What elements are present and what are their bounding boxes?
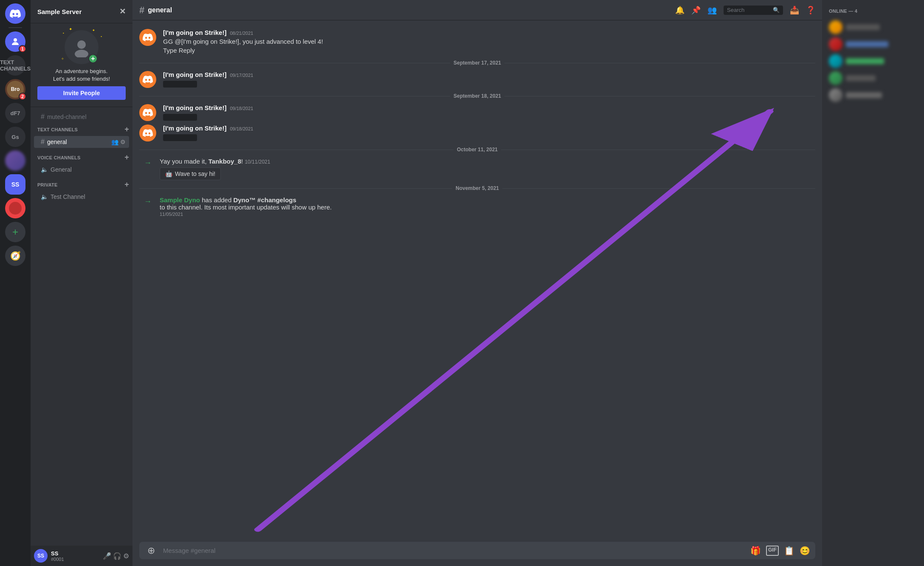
sticker-icon[interactable]: 📋 [784,546,794,556]
channel-actions: 👥 ⚙ [111,139,126,145]
member-item[interactable] [825,53,921,70]
member-item[interactable] [825,19,921,36]
system-text-dyno: Sample Dyno has added Dyno™ #changelogs … [160,196,815,211]
system-message-joined: → Yay you made it, Tankboy_8! 10/11/2021… [132,156,822,182]
member-item[interactable] [825,87,921,104]
wave-box[interactable]: 🤖 Wave to say hi! [160,167,221,180]
message-author: [I'm going on Strike!] [163,29,226,36]
message-input-icons: 🎁 GIF 📋 😊 [750,546,810,556]
message-time: 09/17/2021 [230,73,253,78]
server-name-header[interactable]: Sample Server ✕ [31,0,132,23]
search-input-header[interactable]: Search 🔍 [724,6,783,15]
voice-channels-label: VOICE CHANNELS [37,155,80,160]
message-header: [I'm going on Strike!] 09/18/2021 [163,104,815,111]
server-divider [8,27,22,28]
member-name [846,92,882,98]
dyno-changelogs: Dyno™ #changelogs [233,196,296,204]
close-button[interactable]: ✕ [119,7,126,16]
invite-avatar: ✦ • ✦ ✧ • + [65,30,99,64]
emoji-icon[interactable]: 😊 [800,546,810,556]
channel-hash-icon: # [139,5,144,16]
inbox-icon[interactable]: 📥 [790,6,799,15]
add-text-channel-button[interactable]: + [124,125,129,134]
message-text [163,112,815,121]
private-category[interactable]: PRIVATE + [31,178,132,191]
voice-channels-category[interactable]: VOICE CHANNELS + [31,151,132,164]
wave-text: Wave to say hi! [175,170,215,177]
date-divider-sep18: September 18, 2021 [132,90,822,102]
upload-button[interactable]: ⊕ [144,544,158,558]
user-controls: 🎤 🎧 ⚙ [103,552,129,560]
online-category: ONLINE — 4 [825,7,921,15]
server-icon-ss2[interactable]: TEXT CHANNELS [5,55,25,76]
message-time: 08/21/2021 [230,31,253,36]
main-content: # general 🔔 📌 👥 Search 🔍 📥 ❓ [I [132,0,822,566]
server-icon-blurred1[interactable] [5,150,25,171]
member-name [846,24,880,30]
member-item[interactable] [825,70,921,87]
server-icon-bro[interactable]: Bro 2 [5,79,25,99]
user-area: SS SS #0001 🎤 🎧 ⚙ [31,546,132,566]
arrow-icon-dyno: → [139,196,156,206]
microphone-icon[interactable]: 🎤 [103,552,111,560]
server-icon-user[interactable]: 1 [5,31,25,52]
message-avatar [139,29,156,46]
svg-point-2 [75,50,88,57]
server-icon-red[interactable] [5,198,25,218]
text-channels-section: TEXT CHANNELS + # general 👥 ⚙ [31,123,132,148]
svg-point-0 [14,38,17,42]
messages-area[interactable]: [I'm going on Strike!] 08/21/2021 GG @[I… [132,20,822,542]
add-voice-channel-button[interactable]: + [124,153,129,162]
members-icon[interactable]: 👥 [707,6,717,15]
channel-item-general[interactable]: # general 👥 ⚙ [34,136,129,148]
invite-description: An adventure begins. Let's add some frie… [53,68,110,83]
muted-channel-name: muted-channel [47,113,87,120]
add-private-channel-button[interactable]: + [124,180,129,189]
system-content-dyno: Sample Dyno has added Dyno™ #changelogs … [160,196,815,217]
channel-item-test[interactable]: 🔈 Test Channel [34,191,129,202]
channel-item-general-voice[interactable]: 🔈 General [34,164,129,175]
discover-button[interactable]: 🧭 [5,246,25,266]
redacted-content [163,114,197,121]
system-content: Yay you made it, Tankboy_8! 10/11/2021 🤖… [160,158,815,180]
member-item[interactable] [825,36,921,53]
add-server-button[interactable]: + [5,222,25,242]
message-group: [I'm going on Strike!] 09/18/2021 [132,123,822,143]
settings-icon[interactable]: ⚙ [120,139,126,145]
message-input[interactable] [163,542,745,559]
search-placeholder[interactable]: Search [727,7,744,13]
server-icon-ss-active[interactable]: SS [5,174,25,195]
message-group: [I'm going on Strike!] 09/18/2021 [132,102,822,123]
channel-item-muted[interactable]: # muted-channel [34,111,129,123]
gift-icon[interactable]: 🎁 [750,546,761,556]
server-icon-gs[interactable]: Gs [5,127,25,147]
message-text [163,133,815,142]
discord-home-button[interactable] [5,3,25,24]
members-list: ONLINE — 4 [822,0,924,566]
text-channels-label: TEXT CHANNELS [37,127,78,132]
message-content: [I'm going on Strike!] 09/18/2021 [163,104,815,121]
invite-widget: ✦ • ✦ ✧ • + An adventure begins. Let's a… [31,23,132,107]
text-channels-category[interactable]: TEXT CHANNELS + [31,123,132,136]
message-avatar [139,125,156,142]
date-divider-sep17: September 17, 2021 [132,57,822,69]
user-discriminator: #0001 [51,557,99,562]
username: SS [51,550,99,557]
message-time: 09/18/2021 [230,126,253,131]
server-list: 1 TEXT CHANNELS Bro 2 dF7 Gs SS + 🧭 [0,0,31,566]
add-member-icon[interactable]: 👥 [111,139,118,145]
message-author: [I'm going on Strike!] [163,71,226,78]
notification-icon[interactable]: 🔔 [675,6,685,15]
server-icon-df7[interactable]: dF7 [5,103,25,123]
private-label: PRIVATE [37,182,58,187]
redacted-content [163,134,197,141]
wave-emoji: 🤖 [165,170,172,177]
gif-button[interactable]: GIF [766,546,779,556]
member-avatar [829,88,842,102]
settings-icon[interactable]: ⚙ [123,552,129,560]
help-icon[interactable]: ❓ [806,6,815,15]
pin-icon[interactable]: 📌 [691,6,701,15]
invite-people-button[interactable]: Invite People [37,86,126,100]
headphone-icon[interactable]: 🎧 [113,552,121,560]
hash-icon: # [41,138,45,146]
